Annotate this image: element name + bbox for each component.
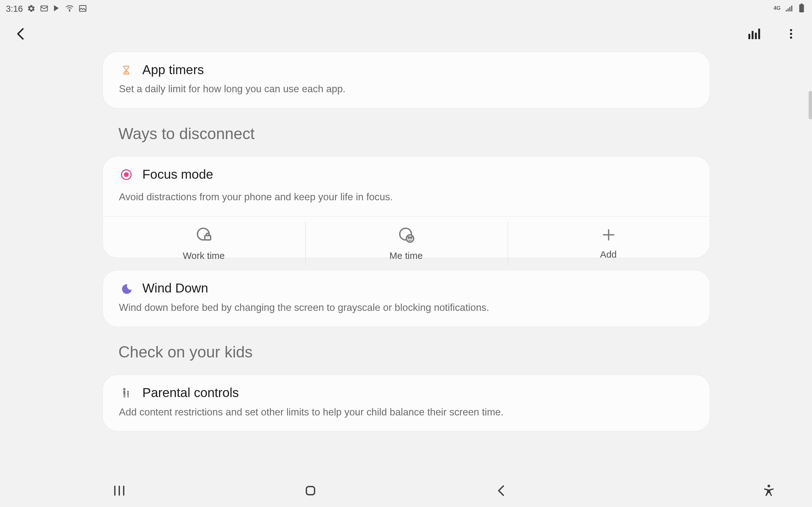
scrollbar[interactable] — [809, 91, 812, 119]
status-bar: 3:16 4G — [0, 0, 812, 16]
navigation-bar — [0, 474, 812, 507]
svg-point-1 — [69, 10, 70, 11]
wifi-icon — [65, 3, 74, 13]
recents-button[interactable] — [105, 476, 133, 504]
usage-chart-button[interactable] — [741, 21, 766, 47]
svg-point-9 — [790, 29, 792, 32]
hourglass-icon — [119, 63, 133, 77]
svg-point-20 — [408, 237, 409, 238]
wind-down-title: Wind Down — [142, 281, 208, 296]
svg-rect-35 — [306, 487, 315, 495]
svg-point-10 — [790, 33, 792, 35]
svg-point-36 — [768, 485, 770, 487]
parental-controls-card[interactable]: Parental controls Add content restrictio… — [102, 375, 710, 432]
focus-mode-work-time[interactable]: Work time — [102, 217, 305, 271]
wind-down-subtitle: Wind down before bed by changing the scr… — [119, 302, 693, 314]
content-scroll[interactable]: App timers Set a daily limit for how lon… — [102, 51, 710, 432]
section-ways-to-disconnect: Ways to disconnect — [118, 125, 710, 143]
settings-icon — [26, 3, 36, 13]
parental-controls-subtitle: Add content restrictions and set other l… — [119, 406, 693, 418]
nav-back-button[interactable] — [488, 476, 516, 504]
svg-rect-5 — [748, 34, 750, 39]
app-bar — [0, 16, 812, 52]
svg-rect-25 — [123, 391, 125, 395]
home-button[interactable] — [296, 476, 324, 504]
focus-mode-label: Me time — [390, 250, 423, 261]
section-check-on-kids: Check on your kids — [118, 343, 710, 361]
svg-rect-27 — [124, 394, 125, 398]
svg-rect-12 — [123, 66, 129, 66]
svg-rect-26 — [123, 394, 124, 398]
network-type-icon: 4G — [774, 3, 780, 13]
focus-mode-label: Add — [600, 249, 617, 260]
play-store-icon — [52, 3, 61, 13]
signal-icon — [784, 3, 793, 13]
parental-controls-title: Parental controls — [142, 386, 239, 401]
svg-point-15 — [124, 172, 129, 177]
accessibility-button[interactable] — [755, 476, 783, 504]
mail-icon — [39, 3, 49, 13]
focus-mode-add[interactable]: Add — [507, 217, 710, 271]
svg-rect-30 — [127, 395, 128, 397]
svg-rect-8 — [758, 29, 760, 39]
target-icon — [119, 168, 133, 181]
svg-rect-13 — [123, 73, 129, 74]
more-options-button[interactable] — [778, 21, 804, 47]
focus-mode-card[interactable]: Focus mode Avoid distractions from your … — [102, 156, 710, 258]
svg-rect-4 — [801, 3, 803, 4]
wind-down-card[interactable]: Wind Down Wind down before bed by changi… — [102, 270, 710, 327]
svg-rect-31 — [128, 395, 129, 397]
focus-mode-subtitle: Avoid distractions from your phone and k… — [119, 192, 693, 204]
app-timers-card[interactable]: App timers Set a daily limit for how lon… — [102, 51, 710, 109]
me-time-icon — [397, 226, 415, 246]
svg-rect-29 — [127, 393, 129, 395]
status-time: 3:16 — [6, 3, 23, 13]
parent-child-icon — [119, 386, 133, 400]
plus-icon — [601, 227, 616, 245]
svg-point-28 — [127, 391, 129, 393]
svg-rect-7 — [755, 33, 757, 39]
svg-rect-17 — [205, 235, 210, 240]
battery-icon — [797, 3, 806, 13]
back-button[interactable] — [8, 21, 34, 47]
svg-point-11 — [790, 37, 792, 39]
focus-mode-me-time[interactable]: Me time — [305, 217, 507, 271]
svg-rect-3 — [799, 4, 804, 12]
image-icon — [78, 3, 87, 13]
svg-point-21 — [410, 237, 412, 238]
svg-rect-6 — [752, 31, 754, 39]
app-timers-title: App timers — [142, 62, 204, 78]
focus-mode-title: Focus mode — [142, 167, 213, 182]
app-timers-subtitle: Set a daily limit for how long you can u… — [119, 83, 693, 95]
work-time-icon — [195, 226, 212, 246]
svg-point-24 — [123, 388, 125, 390]
moon-icon — [119, 281, 133, 295]
svg-point-19 — [406, 235, 413, 242]
focus-mode-label: Work time — [183, 250, 224, 261]
